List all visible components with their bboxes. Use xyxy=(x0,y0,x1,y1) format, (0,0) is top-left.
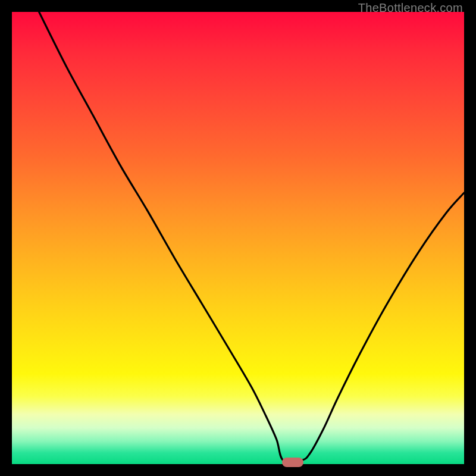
chart-frame: TheBottleneck.com xyxy=(0,0,476,476)
minimum-marker xyxy=(282,458,303,467)
plot-area xyxy=(12,12,464,464)
bottleneck-curve xyxy=(12,12,464,464)
